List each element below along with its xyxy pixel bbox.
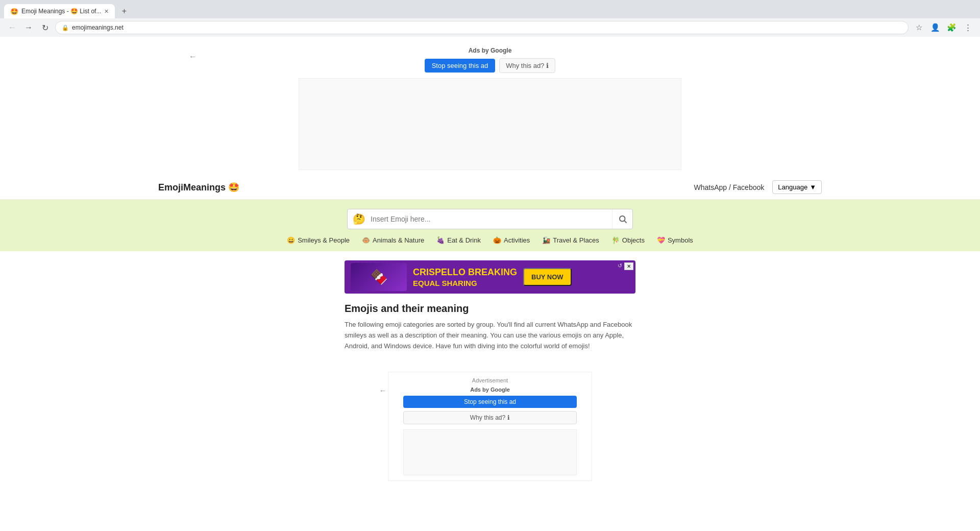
banner-ad-cta-button[interactable]: BUY NOW — [523, 268, 572, 286]
eat-emoji: 🍇 — [436, 236, 445, 244]
search-button[interactable] — [612, 209, 632, 229]
bottom-ad-back-arrow[interactable]: ← — [379, 387, 386, 395]
reload-button[interactable]: ↻ — [39, 21, 51, 34]
svg-point-0 — [620, 216, 625, 222]
page-description: The following emoji categories are sorte… — [345, 320, 635, 351]
bottom-stop-seeing-button[interactable]: Stop seeing this ad — [403, 396, 577, 408]
bottom-why-label: Why this ad? — [470, 414, 505, 421]
top-ads-by-google: Ads by Google — [469, 47, 512, 54]
category-smileys[interactable]: 😀 Smileys & People — [287, 236, 350, 244]
category-objects[interactable]: 🎋 Objects — [611, 236, 645, 244]
bottom-ad-placeholder — [403, 429, 577, 475]
active-tab[interactable]: 🤩 Emoji Meanings - 🤩 List of... ✕ — [4, 4, 115, 18]
category-symbols[interactable]: 💝 Symbols — [657, 236, 693, 244]
search-bar-emoji: 🤔 — [348, 213, 371, 225]
category-travel[interactable]: 🚂 Travel & Places — [542, 236, 599, 244]
symbols-emoji: 💝 — [657, 236, 665, 244]
top-ad-area: ← Ads by Google Stop seeing this ad Why … — [0, 37, 980, 175]
banner-ad-close-button[interactable]: ✕ — [624, 262, 633, 270]
search-section: 🤔 😀 Smileys & People 🐵 Animals & Nature … — [0, 200, 980, 251]
tab-close-button[interactable]: ✕ — [104, 8, 109, 15]
svg-line-1 — [624, 221, 626, 223]
stop-seeing-ad-button[interactable]: Stop seeing this ad — [425, 59, 496, 73]
extensions-button[interactable]: 🧩 — [945, 21, 958, 34]
banner-ad-reload-icon[interactable]: ↺ — [618, 262, 622, 270]
banner-ad-subtitle: EQUAL SHARING — [413, 279, 517, 287]
banner-ad-title: CRISPELLO BREAKING — [413, 267, 517, 278]
tab-emoji: 🤩 — [10, 8, 18, 15]
travel-emoji: 🚂 — [542, 236, 550, 244]
top-ad-back-arrow[interactable]: ← — [189, 52, 197, 61]
google-brand: Google — [491, 47, 511, 54]
animals-label: Animals & Nature — [373, 236, 424, 244]
lock-icon: 🔒 — [62, 25, 69, 31]
toolbar-actions: ☆ 👤 🧩 ⋮ — [913, 21, 974, 34]
banner-ad-image: 🍫 — [351, 263, 407, 291]
bottom-ads-prefix: Ads by — [470, 387, 491, 393]
site-header: EmojiMeanings 🤩 WhatsApp / Facebook Lang… — [0, 175, 980, 200]
bottom-info-icon: ℹ — [507, 414, 510, 421]
bottom-ads-by-google: Ads by Google — [470, 387, 510, 393]
page-content: ← Ads by Google Stop seeing this ad Why … — [0, 37, 980, 531]
url-text: emojimeanings.net — [72, 24, 124, 31]
back-button[interactable]: ← — [6, 21, 18, 34]
language-button[interactable]: Language ▼ — [772, 180, 822, 194]
ads-by-prefix: Ads by — [469, 47, 491, 54]
smileys-label: Smileys & People — [298, 236, 350, 244]
language-arrow: ▼ — [810, 183, 816, 191]
banner-ad-content: 🍫 CRISPELLO BREAKING EQUAL SHARING BUY N… — [345, 263, 635, 291]
address-bar[interactable]: 🔒 emojimeanings.net — [55, 21, 909, 34]
avatar-button[interactable]: 👤 — [929, 21, 941, 34]
top-ad-placeholder — [299, 78, 681, 170]
browser-chrome: 🤩 Emoji Meanings - 🤩 List of... ✕ + ← → … — [0, 0, 980, 37]
forward-button[interactable]: → — [22, 21, 35, 34]
bookmark-button[interactable]: ☆ — [913, 21, 925, 34]
banner-ad-controls: ↺ ✕ — [618, 262, 633, 270]
search-bar: 🤔 — [347, 209, 633, 229]
bottom-ad-container: ← Advertisement Ads by Google Stop seein… — [388, 372, 592, 481]
category-eat-drink[interactable]: 🍇 Eat & Drink — [436, 236, 481, 244]
info-icon: ℹ — [546, 62, 549, 69]
symbols-label: Symbols — [668, 236, 693, 244]
smileys-emoji: 😀 — [287, 236, 295, 244]
top-ad-buttons: Stop seeing this ad Why this ad? ℹ — [425, 58, 556, 73]
activities-emoji: 🎃 — [493, 236, 501, 244]
language-label: Language — [778, 183, 807, 191]
browser-toolbar: ← → ↻ 🔒 emojimeanings.net ☆ 👤 🧩 ⋮ — [0, 18, 980, 37]
tab-title: Emoji Meanings - 🤩 List of... — [21, 8, 101, 15]
objects-emoji: 🎋 — [611, 236, 620, 244]
why-this-ad-label: Why this ad? — [506, 62, 544, 69]
eat-label: Eat & Drink — [447, 236, 481, 244]
whatsapp-facebook-link[interactable]: WhatsApp / Facebook — [694, 183, 765, 191]
main-banner-ad: ↺ ✕ 🍫 CRISPELLO BREAKING EQUAL SHARING B… — [345, 260, 635, 294]
why-this-ad-button[interactable]: Why this ad? ℹ — [499, 58, 555, 73]
advertisement-label: Advertisement — [472, 377, 508, 383]
bottom-why-this-ad-button[interactable]: Why this ad? ℹ — [403, 411, 577, 424]
category-animals[interactable]: 🐵 Animals & Nature — [362, 236, 424, 244]
site-logo[interactable]: EmojiMeanings 🤩 — [158, 182, 239, 193]
bottom-google-brand: Google — [491, 387, 510, 393]
page-title: Emojis and their meaning — [345, 303, 635, 315]
category-nav: 😀 Smileys & People 🐵 Animals & Nature 🍇 … — [287, 236, 693, 244]
objects-label: Objects — [622, 236, 645, 244]
search-input[interactable] — [371, 215, 612, 223]
header-right: WhatsApp / Facebook Language ▼ — [694, 180, 822, 194]
banner-ad-text-block: CRISPELLO BREAKING EQUAL SHARING — [413, 267, 517, 287]
main-content: Emojis and their meaning The following e… — [345, 303, 635, 361]
search-icon — [618, 214, 627, 224]
animals-emoji: 🐵 — [362, 236, 370, 244]
activities-label: Activities — [504, 236, 530, 244]
tab-bar: 🤩 Emoji Meanings - 🤩 List of... ✕ + — [0, 0, 980, 18]
menu-button[interactable]: ⋮ — [962, 21, 974, 34]
travel-label: Travel & Places — [553, 236, 599, 244]
category-activities[interactable]: 🎃 Activities — [493, 236, 530, 244]
new-tab-button[interactable]: + — [117, 4, 131, 18]
banner-ad-product-emoji: 🍫 — [370, 269, 388, 285]
